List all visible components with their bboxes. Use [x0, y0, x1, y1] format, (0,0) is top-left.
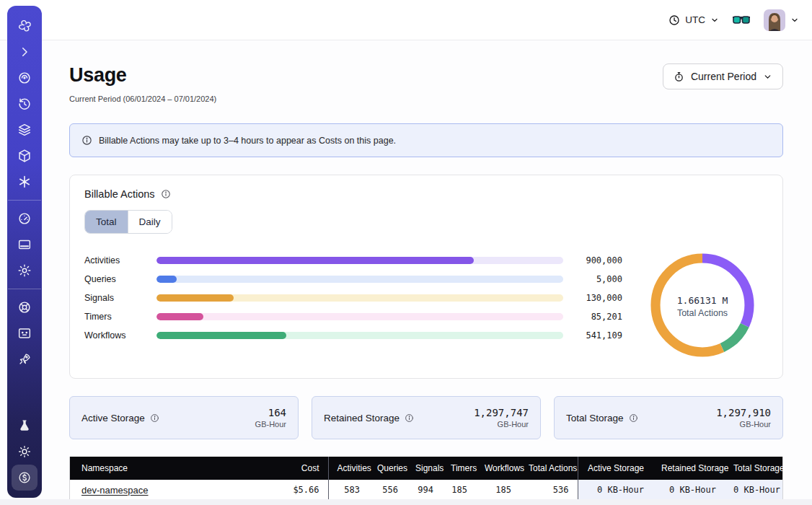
tab-total[interactable]: Total	[85, 211, 128, 233]
clock-icon	[668, 14, 680, 26]
temporal-logo[interactable]	[12, 13, 37, 39]
timezone-label: UTC	[685, 14, 705, 25]
cell-queries: 556	[369, 480, 407, 499]
bar-value: 85,201	[572, 312, 622, 322]
bar-row-workflows: Workflows541,109	[84, 326, 622, 345]
dollar-coin-icon[interactable]	[12, 465, 37, 491]
bar-label: Timers	[84, 312, 148, 322]
info-icon[interactable]	[405, 413, 414, 423]
period-selector-button[interactable]: Current Period	[663, 63, 783, 89]
total-actions-donut-chart: 1.66131 M Total Actions	[648, 251, 756, 362]
user-avatar[interactable]	[764, 9, 785, 31]
info-icon[interactable]	[150, 413, 159, 423]
user-menu[interactable]	[764, 9, 799, 31]
column-header-cost: Cost	[259, 457, 328, 480]
main-content: Usage Current Period Current Period (06/…	[0, 40, 812, 499]
bar-fill	[156, 332, 286, 339]
billable-view-tabs: TotalDaily	[84, 210, 172, 234]
info-icon[interactable]	[161, 189, 171, 199]
bar-label: Workflows	[84, 330, 148, 341]
settings-gear-icon[interactable]	[12, 258, 37, 284]
cell-total-storage: 0 KB-Hour	[725, 480, 782, 499]
table-row: dev-namespace$5.665835569941851855360 KB…	[70, 480, 782, 499]
namespace-link[interactable]: dev-namespace	[81, 485, 149, 496]
period-button-label: Current Period	[691, 71, 756, 82]
namespace-usage-table: NamespaceCostActivitiesQueriesSignalsTim…	[69, 457, 783, 499]
total-actions-value: 1.66131 M	[677, 295, 728, 306]
cell-signals: 994	[407, 480, 442, 499]
bar-row-queries: Queries5,000	[84, 270, 622, 289]
chevron-down-icon	[763, 72, 772, 82]
bar-row-timers: Timers85,201	[84, 307, 622, 326]
billable-actions-card: Billable Actions TotalDaily Activities90…	[69, 175, 783, 379]
billable-actions-bar-chart: Activities900,000Queries5,000Signals130,…	[84, 250, 622, 345]
billing-card-icon[interactable]	[12, 232, 37, 258]
column-header-activities: Activities	[328, 457, 369, 480]
usage-gauge-icon[interactable]	[12, 206, 37, 232]
info-banner: Billable Actions may take up to 3–4 hour…	[69, 123, 783, 157]
sidebar-divider	[8, 200, 41, 201]
bar-label: Activities	[84, 255, 148, 265]
terminal-icon[interactable]	[12, 320, 37, 346]
app-shell: UTC Usage Current Peri	[0, 0, 812, 499]
bar-value: 5,000	[572, 274, 622, 284]
active-storage-unit: GB-Hour	[255, 420, 286, 429]
total-actions-label: Total Actions	[677, 308, 728, 318]
bar-label: Queries	[84, 274, 148, 284]
cell-cost: $5.66	[259, 480, 328, 499]
stopwatch-icon	[674, 71, 684, 82]
bar-fill	[156, 257, 474, 264]
namespaces-icon[interactable]	[12, 65, 37, 91]
rocket-icon[interactable]	[12, 346, 37, 372]
cell-activities: 583	[328, 480, 369, 499]
chevron-down-icon	[710, 16, 719, 25]
bar-label: Signals	[84, 293, 148, 303]
column-header-workflows: Workflows	[476, 457, 520, 480]
bar-row-signals: Signals130,000	[84, 289, 622, 307]
active-storage-value: 164	[255, 407, 286, 418]
bar-row-activities: Activities900,000	[84, 251, 622, 270]
active-storage-card: Active Storage 164 GB-Hour	[69, 396, 299, 439]
cell-retained-storage: 0 KB-Hour	[653, 480, 725, 499]
retained-storage-value: 1,297,747	[474, 407, 529, 418]
tab-daily[interactable]: Daily	[128, 211, 172, 233]
total-storage-label: Total Storage	[566, 413, 624, 423]
total-storage-card: Total Storage 1,297,910 GB-Hour	[554, 396, 783, 439]
column-header-total-storage: Total Storage	[725, 457, 782, 480]
glasses-icon[interactable]	[732, 14, 751, 27]
retained-storage-unit: GB-Hour	[474, 420, 529, 429]
history-clock-icon[interactable]	[12, 91, 37, 117]
bar-fill	[156, 276, 177, 283]
column-header-namespace: Namespace	[70, 457, 259, 480]
bar-value: 900,000	[572, 255, 622, 265]
timezone-selector[interactable]: UTC	[668, 14, 719, 26]
bar-value: 130,000	[572, 293, 622, 303]
cell-workflows: 185	[476, 480, 520, 499]
sidebar-nav	[7, 6, 42, 498]
column-header-total-actions: Total Actions	[520, 457, 578, 480]
info-icon[interactable]	[629, 413, 638, 423]
nexus-asterisk-icon[interactable]	[12, 169, 37, 195]
bar-fill	[156, 294, 234, 302]
layers-icon[interactable]	[12, 117, 37, 143]
chevron-right-icon[interactable]	[12, 39, 37, 65]
bar-track	[156, 332, 563, 339]
sun-icon[interactable]	[12, 439, 37, 465]
cell-active-storage: 0 KB-Hour	[578, 480, 653, 499]
total-storage-value: 1,297,910	[716, 407, 771, 418]
current-period-subtitle: Current Period (06/01/2024 – 07/01/2024)	[69, 95, 783, 103]
cube-icon[interactable]	[12, 143, 37, 169]
bar-value: 541,109	[572, 330, 622, 341]
page-title: Usage	[69, 63, 127, 87]
lifebuoy-icon[interactable]	[12, 294, 37, 320]
bar-fill	[156, 313, 203, 320]
column-header-timers: Timers	[442, 457, 476, 480]
retained-storage-label: Retained Storage	[324, 413, 400, 423]
column-header-retained-storage: Retained Storage	[653, 457, 725, 480]
cell-namespace: dev-namespace	[70, 480, 259, 499]
column-header-queries: Queries	[369, 457, 407, 480]
retained-storage-card: Retained Storage 1,297,747 GB-Hour	[312, 396, 541, 439]
bar-track	[156, 257, 563, 264]
flask-icon[interactable]	[12, 413, 37, 439]
cell-total-actions: 536	[520, 480, 578, 499]
